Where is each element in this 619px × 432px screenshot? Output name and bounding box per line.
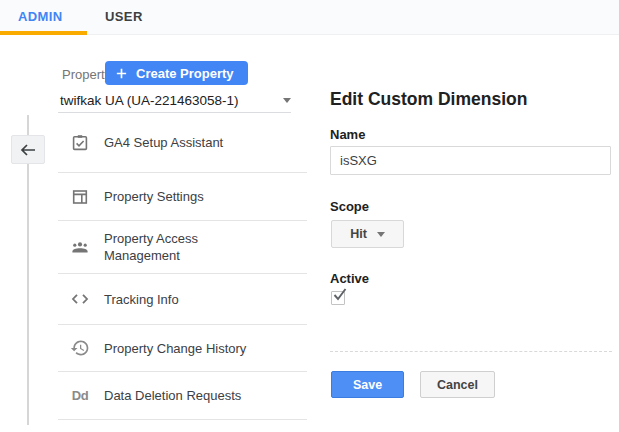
menu-item-label: Data Deletion Requests — [104, 387, 241, 404]
property-label: Property — [62, 67, 111, 82]
active-checkbox[interactable] — [331, 291, 345, 305]
menu-item-data-deletion-requests[interactable]: Dd Data Deletion Requests — [58, 372, 307, 420]
layout-window-icon — [70, 187, 90, 207]
menu-item-property-access-management[interactable]: Property Access Management — [58, 221, 307, 274]
menu-item-label: GA4 Setup Assistant — [104, 134, 223, 151]
name-label: Name — [330, 127, 365, 142]
menu-item-ga4-setup-assistant[interactable]: GA4 Setup Assistant — [58, 113, 307, 173]
create-property-button[interactable]: Create Property — [105, 61, 248, 85]
property-selector[interactable]: twifkak UA (UA-221463058-1) — [60, 89, 291, 111]
menu-item-property-change-history[interactable]: Property Change History — [58, 325, 307, 372]
arrow-left-icon — [19, 143, 37, 157]
dd-letters-icon: Dd — [70, 386, 90, 406]
menu-item-property-settings[interactable]: Property Settings — [58, 173, 307, 221]
checkmark-icon — [331, 287, 348, 302]
property-menu: GA4 Setup Assistant Property Settings — [58, 113, 307, 420]
menu-item-tracking-info[interactable]: Tracking Info — [58, 274, 307, 325]
menu-item-label: Property Access Management — [104, 230, 262, 264]
chevron-down-icon — [377, 232, 385, 237]
tab-bar: ADMIN USER — [0, 0, 619, 35]
tab-user[interactable]: USER — [105, 0, 143, 34]
save-button[interactable]: Save — [331, 371, 404, 398]
plus-icon — [115, 67, 128, 80]
code-icon — [70, 289, 90, 309]
history-icon — [70, 338, 90, 358]
name-input[interactable] — [330, 146, 611, 175]
active-label: Active — [330, 271, 369, 286]
edit-custom-dimension-title: Edit Custom Dimension — [330, 89, 527, 110]
scope-dropdown-value: Hit — [350, 227, 367, 241]
cancel-button[interactable]: Cancel — [420, 371, 495, 398]
back-button[interactable] — [11, 135, 45, 164]
people-icon — [70, 237, 90, 257]
ga-admin-page: ADMIN USER Property Create Property twif… — [0, 0, 619, 432]
form-divider — [330, 351, 612, 352]
menu-item-label: Property Change History — [104, 340, 246, 357]
create-property-button-label: Create Property — [136, 66, 234, 81]
property-selector-value: twifkak UA (UA-221463058-1) — [60, 93, 239, 108]
menu-item-label: Property Settings — [104, 188, 204, 205]
chevron-down-icon — [283, 98, 291, 103]
active-tab-indicator — [0, 31, 87, 35]
clipboard-check-icon — [70, 133, 90, 153]
menu-item-label: Tracking Info — [104, 291, 179, 308]
tab-admin[interactable]: ADMIN — [18, 0, 63, 34]
scope-dropdown[interactable]: Hit — [331, 220, 404, 248]
scope-label: Scope — [330, 199, 369, 214]
